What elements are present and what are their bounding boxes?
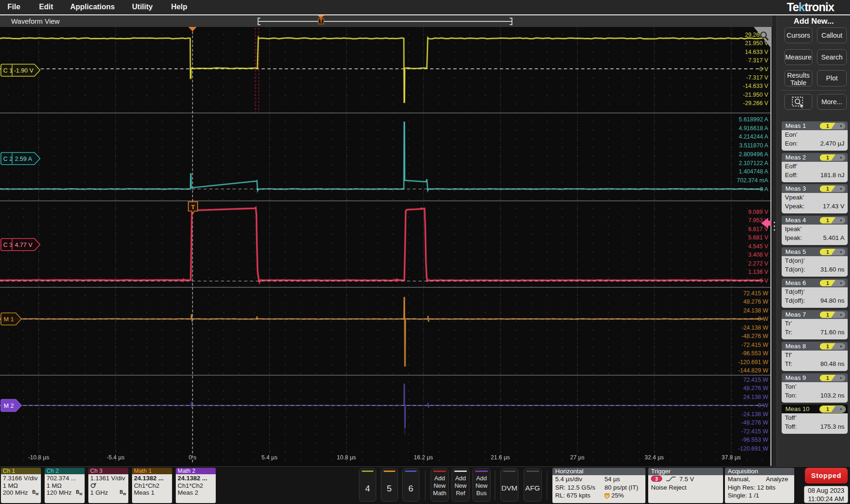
svg-text:0 W: 0 W — [758, 316, 768, 322]
svg-text:7.317 V: 7.317 V — [748, 57, 769, 64]
svg-text:72.415 W: 72.415 W — [743, 377, 768, 383]
svg-text:48.276 W: 48.276 W — [743, 298, 768, 305]
svg-text:0 V: 0 V — [759, 66, 768, 73]
svg-text:C 1: C 1 — [3, 67, 13, 74]
svg-text:-72.415 W: -72.415 W — [741, 428, 768, 435]
svg-text:16.2 µs: 16.2 µs — [414, 454, 433, 461]
svg-text:-120.691 W: -120.691 W — [738, 359, 768, 365]
svg-text:3.408 V: 3.408 V — [748, 252, 769, 258]
svg-text:-5.4 µs: -5.4 µs — [106, 454, 124, 461]
svg-text:4.916618 A: 4.916618 A — [739, 125, 769, 132]
svg-text:1.404748 A: 1.404748 A — [739, 168, 769, 175]
svg-text:0 s: 0 s — [189, 454, 197, 461]
svg-text:37.8 µs: 37.8 µs — [722, 454, 741, 461]
svg-text:48.276 W: 48.276 W — [743, 385, 768, 391]
svg-text:2.107122 A: 2.107122 A — [739, 160, 769, 166]
svg-text:4.545 V: 4.545 V — [748, 243, 769, 250]
svg-text:-24.138 W: -24.138 W — [741, 325, 768, 331]
svg-text:2.272 V: 2.272 V — [748, 260, 769, 267]
svg-text:-48.276 W: -48.276 W — [741, 333, 768, 339]
svg-text:-21.950 V: -21.950 V — [743, 92, 769, 98]
svg-text:4.77 V: 4.77 V — [15, 241, 33, 248]
svg-text:M 1: M 1 — [4, 316, 14, 323]
svg-text:2.59 A: 2.59 A — [15, 155, 32, 162]
svg-text:M 2: M 2 — [4, 402, 14, 409]
svg-text:T: T — [191, 204, 195, 211]
svg-text:10.8 µs: 10.8 µs — [337, 454, 356, 461]
svg-text:0 A: 0 A — [760, 186, 769, 192]
svg-text:5.618992 A: 5.618992 A — [739, 116, 769, 123]
svg-text:-14.633 V: -14.633 V — [743, 83, 769, 89]
svg-text:C 2: C 2 — [3, 155, 13, 162]
svg-text:-72.415 W: -72.415 W — [741, 342, 768, 348]
svg-text:21.6 µs: 21.6 µs — [491, 454, 510, 461]
svg-text:-48.276 W: -48.276 W — [741, 419, 768, 426]
svg-text:-1.90 V: -1.90 V — [14, 67, 33, 74]
svg-text:-29.266 V: -29.266 V — [743, 100, 769, 106]
svg-text:-120.691 W: -120.691 W — [738, 445, 768, 452]
svg-text:C 3: C 3 — [3, 241, 13, 248]
svg-text:-96.553 W: -96.553 W — [741, 350, 768, 357]
svg-text:6.817 V: 6.817 V — [748, 226, 769, 232]
svg-text:24.138 W: 24.138 W — [743, 394, 768, 400]
svg-text:32.4 µs: 32.4 µs — [644, 454, 664, 461]
svg-text:5.4 µs: 5.4 µs — [261, 454, 277, 461]
svg-text:-144.829 W: -144.829 W — [738, 367, 768, 374]
svg-text:21.950 V: 21.950 V — [745, 40, 769, 46]
svg-text:27 µs: 27 µs — [570, 454, 584, 461]
svg-text:14.633 V: 14.633 V — [745, 49, 769, 55]
svg-text:-7.317 V: -7.317 V — [746, 74, 769, 81]
svg-text:2.809496 A: 2.809496 A — [739, 151, 769, 158]
svg-text:-10.8 µs: -10.8 µs — [28, 454, 49, 461]
svg-text:1.136 V: 1.136 V — [748, 269, 769, 275]
svg-text:9.089 V: 9.089 V — [748, 209, 769, 215]
svg-text:3.511870 A: 3.511870 A — [739, 142, 769, 149]
svg-text:-96.553 W: -96.553 W — [741, 437, 768, 443]
svg-text:5.681 V: 5.681 V — [748, 234, 769, 241]
svg-text:0 V: 0 V — [759, 278, 768, 284]
svg-text:702.374 mA: 702.374 mA — [737, 177, 769, 184]
svg-text:4.214244 A: 4.214244 A — [739, 133, 769, 140]
svg-text:24.138 W: 24.138 W — [743, 307, 768, 314]
svg-text:0 W: 0 W — [758, 402, 768, 409]
svg-text:-24.138 W: -24.138 W — [741, 411, 768, 418]
svg-text:72.415 W: 72.415 W — [743, 290, 768, 297]
